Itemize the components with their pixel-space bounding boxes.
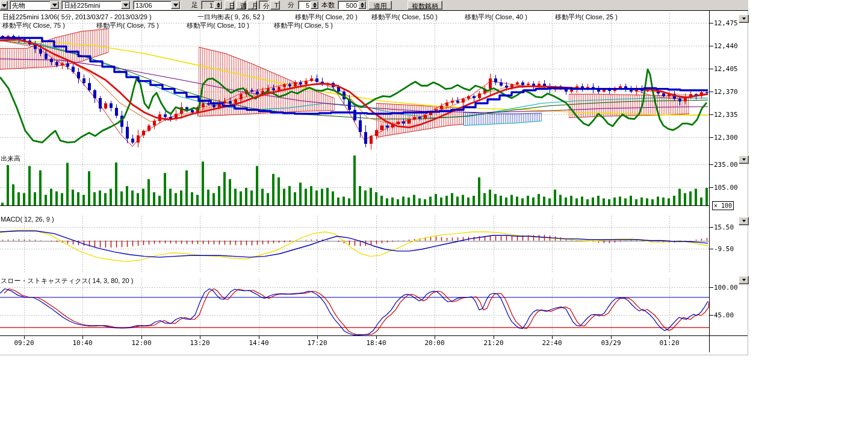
time-axis-label: 18:40 <box>363 339 389 347</box>
volume-tick-label: 105.00 <box>714 184 738 192</box>
period-week-button[interactable]: 週 <box>236 1 246 10</box>
price-tick-label: 12,405 <box>714 65 738 73</box>
time-axis-label: 10:40 <box>69 339 96 347</box>
legend-ma25: 移動平均( Close, 25 ) <box>555 13 618 22</box>
chevron-down-icon <box>742 17 746 20</box>
symbol-select[interactable]: 日経225mini <box>61 1 131 10</box>
apply-button[interactable]: 適用 <box>368 1 392 10</box>
period-tick-button[interactable]: T <box>270 1 280 10</box>
bar-count-value: 500 <box>338 1 358 9</box>
legend-ma75-b: 移動平均( Close, 75 ) <box>96 21 159 30</box>
bar-interval-stepper[interactable]: 1 <box>201 1 223 10</box>
multi-symbol-button[interactable]: 複数銘柄 <box>408 1 442 10</box>
price-panel-dropdown-button[interactable] <box>739 14 749 23</box>
symbol-value: 日経225mini <box>62 1 121 9</box>
price-tick-label: 12,370 <box>714 88 738 96</box>
minute-label: 分 <box>287 1 295 10</box>
legend-ma150: 移動平均( Close, 150 ) <box>371 13 438 22</box>
legend-ma20: 移動平均( Close, 20 ) <box>295 13 358 22</box>
price-tick-label: 12,300 <box>714 134 738 142</box>
legend-series-title: 日経225mini 13/06( 5分, 2013/03/27 - 2013/0… <box>2 13 152 22</box>
minute-stepper[interactable]: 5 <box>298 1 319 10</box>
legend-ma10: 移動平均( Close, 10 ) <box>187 21 249 30</box>
bar-count-label: 本数 <box>321 1 335 10</box>
time-axis-label: 14:40 <box>246 339 272 347</box>
price-tick-label: 12,475 <box>714 19 738 27</box>
time-axis-label: 09:20 <box>11 339 37 347</box>
chevron-down-icon <box>742 158 746 161</box>
bar-type-label: 足 <box>191 1 199 10</box>
legend-ichimoku: 一目均衡表( 9, 26, 52 ) <box>197 13 264 22</box>
contract-month-value: 13/06 <box>134 1 171 9</box>
period-minute-button[interactable]: 分 <box>259 1 268 10</box>
macd-panel-title: MACD( 12, 26, 9 ) <box>1 216 54 223</box>
toolbar: 先物 日経225mini 13/06 足 1 日 週 月 分 T 分 5 本数 … <box>0 0 748 11</box>
time-axis-label: 22:40 <box>539 339 565 347</box>
volume-tick-label: 235.00 <box>714 161 738 169</box>
price-tick-label: 12,335 <box>714 111 738 119</box>
bar-interval-value: 1 <box>202 1 214 9</box>
instrument-type-select[interactable]: 先物 <box>10 1 60 10</box>
stoch-panel-title: スロー・ストキャスティクス( 14, 3, 80, 20 ) <box>1 276 133 285</box>
chevron-down-icon <box>2 4 7 7</box>
time-axis-label: 17:20 <box>304 339 330 347</box>
volume-panel-title: 出来高 <box>1 154 20 163</box>
time-axis-label: 21:20 <box>480 339 507 347</box>
legend-ma75-a: 移動平均( Close, 75 ) <box>2 21 65 30</box>
price-tick-label: 12,440 <box>714 42 738 50</box>
chart-application-window: 先物 日経225mini 13/06 足 1 日 週 月 分 T 分 5 本数 … <box>0 0 868 436</box>
macd-tick-label: 15.50 <box>714 223 734 231</box>
chevron-down-icon[interactable] <box>121 1 130 9</box>
stoch-tick-label: 100.00 <box>714 284 738 291</box>
chevron-down-icon[interactable] <box>171 1 180 9</box>
time-axis-label: 20:00 <box>421 339 448 347</box>
macd-tick-label: -9.50 <box>714 245 734 253</box>
chevron-down-icon <box>742 220 746 222</box>
period-month-button[interactable]: 月 <box>247 1 257 10</box>
spinner-arrows-icon[interactable] <box>358 1 366 9</box>
time-axis-label: 01:20 <box>656 339 683 347</box>
spinner-arrows-icon[interactable] <box>311 1 318 9</box>
stoch-tick-label: 45.00 <box>714 311 734 319</box>
volume-panel-dropdown-button[interactable] <box>739 155 749 164</box>
period-day-button[interactable]: 日 <box>225 1 234 10</box>
legend-ma5: 移動平均( Close, 5 ) <box>274 21 333 30</box>
time-axis-label: 12:00 <box>128 339 155 347</box>
time-axis-label: 03/29 <box>598 339 624 347</box>
legend-ma40: 移動平均( Close, 40 ) <box>465 13 527 22</box>
chevron-down-icon[interactable] <box>50 1 59 9</box>
instrument-type-value: 先物 <box>10 1 50 9</box>
time-axis-label: 13:20 <box>187 339 213 347</box>
contract-month-select[interactable]: 13/06 <box>133 1 181 10</box>
bar-count-stepper[interactable]: 500 <box>338 1 367 10</box>
combo-drop-fragment-button[interactable] <box>0 1 8 10</box>
volume-multiplier-badge: × 100 <box>712 201 734 210</box>
stoch-panel-dropdown-button[interactable] <box>739 276 749 284</box>
chevron-down-icon <box>742 279 746 281</box>
macd-panel-dropdown-button[interactable] <box>739 217 749 225</box>
spinner-arrows-icon[interactable] <box>214 1 222 9</box>
minute-value: 5 <box>299 1 311 9</box>
